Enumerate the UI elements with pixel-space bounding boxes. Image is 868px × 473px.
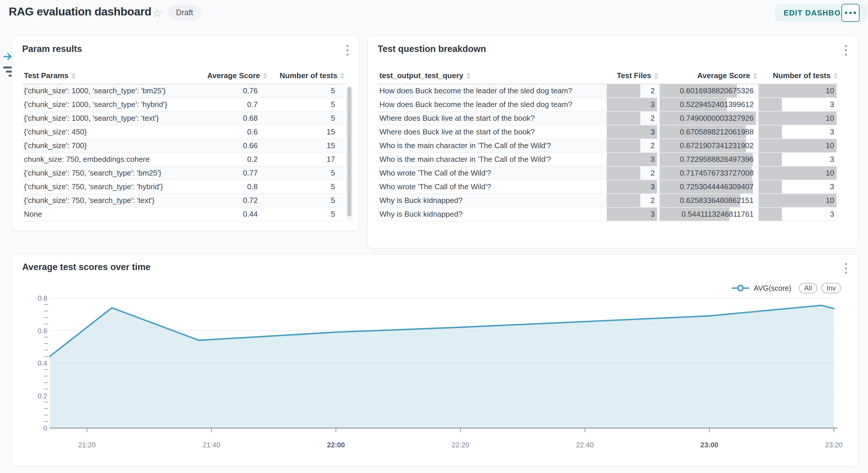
cell-number-of-tests[interactable]: 3 (757, 180, 838, 193)
cell-test-query[interactable]: Why is Buck kidnapped? (378, 194, 605, 207)
cell-number-of-tests[interactable]: 10 (757, 139, 838, 152)
cell-test-query[interactable]: Who wrote 'The Call of the Wild'? (378, 167, 605, 180)
cell-average-score[interactable]: 0.5229452401399612 (658, 98, 757, 111)
cell-test-query[interactable]: Why is Buck kidnapped? (378, 208, 605, 221)
cell-average-score[interactable]: 0.6705898212061988 (658, 125, 757, 138)
cell-test-files[interactable]: 2 (605, 112, 658, 125)
cell-average-score[interactable]: 0.77 (199, 167, 267, 180)
cell-test-params[interactable]: {'chunk_size': 450} (22, 125, 199, 138)
cell-number-of-tests[interactable]: 5 (267, 180, 344, 193)
cell-test-files[interactable]: 2 (605, 84, 658, 97)
column-header-test-query[interactable]: test_output_test_query (378, 71, 605, 80)
cell-test-params[interactable]: {'chunk_size': 750, 'search_type': 'hybr… (22, 180, 199, 193)
card-menu-kebab-icon[interactable] (844, 44, 848, 57)
cell-number-of-tests[interactable]: 3 (757, 208, 838, 221)
cell-average-score[interactable]: 0.7 (199, 98, 267, 111)
sort-icon[interactable] (340, 73, 344, 79)
cell-test-params[interactable]: {'chunk_size': 750, 'search_type': 'text… (22, 194, 199, 207)
table-row[interactable]: Who wrote 'The Call of the Wild'?30.7253… (378, 180, 838, 194)
cell-average-score[interactable]: 0.7229588826497396 (658, 153, 757, 166)
table-row[interactable]: How does Buck become the leader of the s… (378, 84, 838, 98)
cell-average-score[interactable]: 0.68 (199, 112, 267, 125)
cell-test-files[interactable]: 3 (605, 208, 658, 221)
table-row[interactable]: Who is the main character in 'The Call o… (378, 153, 838, 167)
column-header-average-score[interactable]: Average Score (658, 71, 757, 80)
table-row[interactable]: {'chunk_size': 700}0.6615 (22, 139, 344, 153)
table-row[interactable]: Where does Buck live at the start of the… (378, 125, 838, 139)
more-options-button[interactable] (841, 4, 860, 22)
cell-number-of-tests[interactable]: 3 (757, 153, 838, 166)
cell-test-files[interactable]: 2 (605, 167, 658, 180)
cell-test-query[interactable]: Where does Buck live at the start of the… (378, 112, 605, 125)
table-row[interactable]: Who is the main character in 'The Call o… (378, 139, 838, 153)
cell-test-query[interactable]: Who is the main character in 'The Call o… (378, 139, 605, 152)
table-row[interactable]: {'chunk_size': 450}0.615 (22, 125, 344, 139)
cell-test-files[interactable]: 3 (605, 125, 658, 138)
cell-number-of-tests[interactable]: 5 (267, 167, 344, 180)
cell-average-score[interactable]: 0.6 (199, 125, 267, 138)
cell-test-params[interactable]: {'chunk_size': 1000, 'search_type': 'hyb… (22, 98, 199, 111)
cell-test-query[interactable]: How does Buck become the leader of the s… (378, 98, 605, 111)
cell-test-params[interactable]: chunk_size: 750, embeddings:cohere (22, 153, 199, 166)
cell-average-score[interactable]: 0.6016938820675326 (658, 84, 757, 97)
card-menu-kebab-icon[interactable] (345, 44, 350, 57)
sort-icon[interactable] (263, 73, 267, 79)
table-row[interactable]: How does Buck become the leader of the s… (378, 98, 838, 112)
cell-test-files[interactable]: 2 (605, 139, 658, 152)
column-header-test-params[interactable]: Test Params (22, 71, 199, 80)
table-row[interactable]: {'chunk_size': 1000, 'search_type': 'hyb… (22, 98, 344, 112)
table-row[interactable]: Who wrote 'The Call of the Wild'?20.7174… (378, 167, 838, 180)
sort-icon[interactable] (71, 73, 75, 79)
table-row[interactable]: None0.445 (22, 208, 344, 221)
cell-test-params[interactable]: {'chunk_size': 1000, 'search_type': 'bm2… (22, 84, 199, 97)
sort-icon[interactable] (466, 73, 470, 79)
cell-average-score[interactable]: 0.7490000003327926 (658, 112, 757, 125)
table-row[interactable]: {'chunk_size': 1000, 'search_type': 'tex… (22, 112, 344, 125)
cell-test-files[interactable]: 3 (605, 98, 658, 111)
cell-test-query[interactable]: How does Buck become the leader of the s… (378, 84, 605, 97)
cell-test-params[interactable]: None (22, 208, 199, 221)
column-header-average-score[interactable]: Average Score (199, 71, 267, 80)
cell-average-score[interactable]: 0.72 (199, 194, 267, 207)
table-scrollbar[interactable] (346, 86, 352, 222)
column-header-number-of-tests[interactable]: Number of tests (757, 71, 838, 80)
cell-test-files[interactable]: 2 (605, 194, 658, 207)
table-row[interactable]: {'chunk_size': 1000, 'search_type': 'bm2… (22, 84, 344, 98)
cell-average-score[interactable]: 0.5441113246811761 (658, 208, 757, 221)
cell-number-of-tests[interactable]: 15 (267, 125, 344, 138)
table-row[interactable]: Why is Buck kidnapped?20.625833648086215… (378, 194, 838, 208)
cell-test-params[interactable]: {'chunk_size': 700} (22, 139, 199, 152)
cell-number-of-tests[interactable]: 17 (267, 153, 344, 166)
cell-number-of-tests[interactable]: 5 (267, 208, 344, 221)
cell-test-params[interactable]: {'chunk_size': 750, 'search_type': 'bm25… (22, 167, 199, 180)
sort-icon[interactable] (753, 73, 757, 79)
cell-average-score[interactable]: 0.6721907341231902 (658, 139, 757, 152)
cell-average-score[interactable]: 0.2 (199, 153, 267, 166)
sort-icon[interactable] (654, 73, 658, 79)
cell-test-query[interactable]: Who wrote 'The Call of the Wild'? (378, 180, 605, 193)
cell-test-files[interactable]: 3 (605, 180, 658, 193)
cell-test-params[interactable]: {'chunk_size': 1000, 'search_type': 'tex… (22, 112, 199, 125)
favorite-star-icon[interactable]: ☆ (152, 6, 162, 20)
cell-number-of-tests[interactable]: 3 (757, 98, 838, 111)
table-row[interactable]: Where does Buck live at the start of the… (378, 112, 838, 125)
sort-icon[interactable] (834, 73, 838, 79)
cell-number-of-tests[interactable]: 10 (757, 194, 838, 207)
cell-average-score[interactable]: 0.66 (199, 139, 267, 152)
cell-number-of-tests[interactable]: 10 (757, 84, 838, 97)
cell-average-score[interactable]: 0.7253044446309407 (658, 180, 757, 193)
column-header-test-files[interactable]: Test Files (605, 71, 658, 80)
cell-number-of-tests[interactable]: 10 (757, 167, 838, 180)
cell-test-query[interactable]: Who is the main character in 'The Call o… (378, 153, 605, 166)
cell-average-score[interactable]: 0.8 (199, 180, 267, 193)
cell-number-of-tests[interactable]: 5 (267, 98, 344, 111)
cell-average-score[interactable]: 0.76 (199, 84, 267, 97)
table-row[interactable]: {'chunk_size': 750, 'search_type': 'hybr… (22, 180, 344, 194)
column-header-number-of-tests[interactable]: Number of tests (267, 71, 344, 80)
table-row[interactable]: chunk_size: 750, embeddings:cohere0.217 (22, 153, 344, 167)
cell-test-files[interactable]: 3 (605, 153, 658, 166)
cell-number-of-tests[interactable]: 5 (267, 112, 344, 125)
cell-number-of-tests[interactable]: 5 (267, 84, 344, 97)
table-row[interactable]: {'chunk_size': 750, 'search_type': 'text… (22, 194, 344, 208)
cell-average-score[interactable]: 0.7174576733727008 (658, 167, 757, 180)
